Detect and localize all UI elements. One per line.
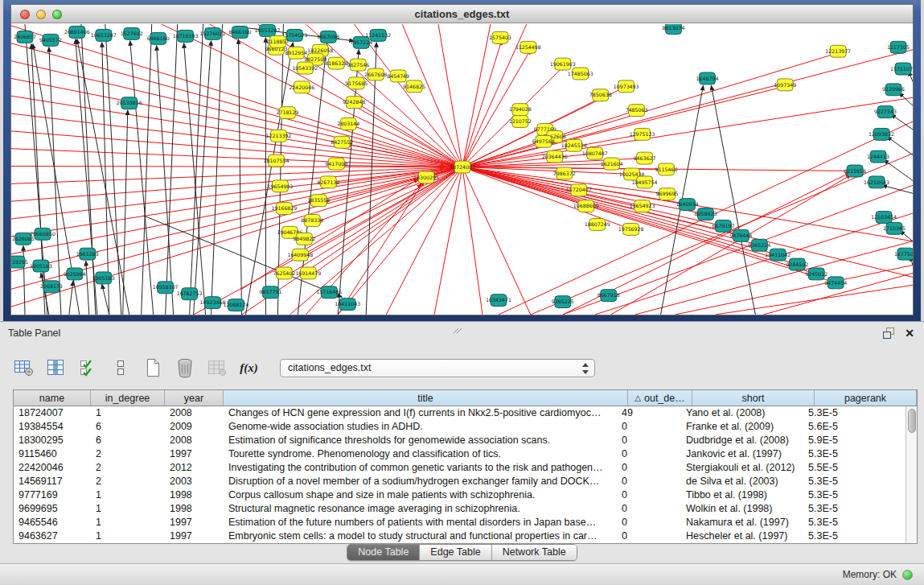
table-row[interactable]: 2242004622012Investigating the contribut… [14, 461, 906, 475]
network-node[interactable]: 6466160 [147, 32, 170, 44]
network-node[interactable]: 9474454 [824, 277, 847, 289]
network-node[interactable]: 20891406 [64, 26, 90, 38]
tab-network-table[interactable]: Network Table [492, 545, 577, 560]
table-row[interactable]: 977716911998Corpus callosum shape and si… [14, 488, 906, 502]
network-node[interactable]: 16782753 [177, 288, 203, 300]
network-node[interactable]: 2803144 [337, 118, 359, 130]
network-canvas[interactable]: 2406857940557220891406106532871527602646… [11, 24, 913, 315]
network-node[interactable]: 8813074 [663, 24, 685, 34]
network-node[interactable]: 7986372 [553, 167, 576, 179]
close-panel-icon[interactable]: ✕ [905, 328, 914, 339]
network-node[interactable]: 1640934 [676, 199, 699, 211]
panel-resize-grip[interactable] [453, 323, 462, 329]
network-node[interactable]: 15751074 [890, 63, 913, 75]
network-node[interactable]: 19756928 [618, 223, 644, 235]
network-node[interactable]: 8667918 [598, 290, 620, 302]
network-node[interactable]: 9175685 [345, 77, 368, 89]
network-node[interactable]: 20364436 [542, 150, 568, 163]
column-header-title[interactable]: title [224, 390, 628, 406]
network-node[interactable]: 6497568 [532, 135, 555, 147]
network-node[interactable]: 8186328 [325, 57, 347, 69]
column-visibility-button[interactable] [45, 357, 67, 378]
network-node[interactable]: 19061903 [550, 58, 576, 70]
network-node[interactable]: 1210752 [509, 116, 532, 128]
network-node[interactable]: 1905183 [30, 260, 52, 272]
network-node[interactable]: 2118857 [266, 35, 289, 47]
network-node[interactable]: 18107554 [263, 154, 289, 167]
network-node[interactable]: 7957224 [350, 36, 372, 48]
row-selection-button[interactable] [77, 357, 99, 378]
table-scrollbar-thumb[interactable] [908, 409, 916, 433]
network-node[interactable]: 9857791 [259, 286, 281, 299]
network-node[interactable]: 17485063 [568, 68, 593, 80]
column-header-out_de[interactable]: △out_de… [628, 390, 692, 406]
column-header-name[interactable]: name [14, 390, 91, 406]
network-node[interactable]: 1961283 [76, 248, 99, 260]
network-node[interactable]: 9463627 [634, 152, 656, 164]
network-node[interactable]: 20533816 [117, 97, 142, 109]
tab-edge-table[interactable]: Edge Table [420, 545, 491, 560]
network-node[interactable]: 10923468 [200, 297, 226, 309]
network-node[interactable]: 9365224 [748, 239, 770, 251]
network-node[interactable]: 9244502 [786, 258, 808, 270]
network-node[interactable]: 1117305 [887, 41, 910, 53]
network-node[interactable]: 2406857 [14, 31, 36, 43]
table-row[interactable]: 1938455462009Genome-wide association stu… [14, 420, 906, 434]
network-node[interactable]: 9115460 [655, 163, 678, 175]
row-height-button[interactable] [109, 357, 131, 378]
network-node[interactable]: 10807487 [582, 147, 608, 159]
network-node[interactable]: 1097349 [774, 79, 796, 91]
network-node[interactable]: 9405572 [39, 34, 62, 46]
network-node[interactable]: 19654903 [267, 180, 293, 192]
network-node[interactable]: 22420046 [289, 81, 314, 93]
network-node[interactable]: 12103454 [871, 212, 897, 224]
network-node[interactable]: 5905183 [92, 272, 115, 284]
network-node[interactable]: 16914479 [295, 267, 321, 279]
column-header-short[interactable]: short [692, 390, 815, 406]
network-node[interactable]: 16409948 [287, 249, 313, 261]
network-node[interactable]: 9667098 [317, 31, 339, 43]
network-node[interactable]: 1710345 [883, 222, 906, 234]
network-node[interactable]: 16343471 [486, 295, 511, 307]
tab-node-table[interactable]: Node Table [347, 545, 420, 560]
network-node[interactable]: 9365225 [552, 296, 574, 308]
float-panel-icon[interactable] [883, 328, 895, 339]
network-node[interactable]: 12975123 [630, 128, 655, 140]
network-node[interactable]: 8267130 [317, 176, 339, 188]
network-node[interactable]: 9827546 [347, 59, 369, 71]
network-node[interactable]: 9025984 [64, 268, 86, 280]
network-node[interactable]: 1794028 [509, 104, 532, 116]
table-row[interactable]: 1456911722003Disruption of a novel membe… [14, 475, 906, 488]
network-node[interactable]: 13654923 [630, 200, 655, 212]
network-node[interactable]: 9849822 [293, 233, 315, 245]
table-row[interactable]: 1830029562008Estimation of significance … [14, 434, 906, 447]
network-node[interactable]: 1575403 [489, 31, 511, 43]
network-node[interactable]: 1835558 [307, 195, 330, 207]
network-node[interactable]: 8454749 [387, 70, 409, 82]
column-header-in_degree[interactable]: in_degree [91, 390, 165, 406]
network-node[interactable]: 1677504 [894, 248, 913, 260]
table-row[interactable]: 969969511998Structural magnetic resonanc… [14, 502, 906, 516]
table-row[interactable]: 1872400712008Changes of HCN gene express… [14, 406, 906, 420]
column-header-pagerank[interactable]: pagerank [815, 390, 917, 406]
network-node[interactable]: 8427552 [331, 136, 353, 148]
network-node[interactable]: 10553287 [254, 24, 280, 36]
network-node[interactable]: 9417008 [325, 158, 347, 170]
network-node[interactable]: 2718129 [276, 107, 298, 119]
network-node[interactable]: 8215958 [844, 165, 866, 177]
network-node[interactable]: 12068174 [224, 299, 249, 311]
network-node[interactable]: 9129966 [882, 84, 905, 96]
table-row[interactable]: 946554611997Estimation of the future num… [14, 516, 906, 529]
network-node[interactable]: 12093832 [869, 128, 894, 140]
network-node[interactable]: 9227343 [874, 106, 897, 118]
network-node[interactable]: 9242848 [343, 97, 365, 109]
network-node[interactable]: 8466160 [229, 26, 252, 38]
table-settings-button[interactable] [13, 357, 35, 378]
network-node[interactable]: 10958107 [153, 282, 179, 294]
network-node[interactable]: 2667608 [364, 68, 387, 80]
delete-table-button[interactable] [174, 357, 195, 378]
network-node[interactable]: 7625402 [273, 267, 295, 279]
column-header-year[interactable]: year [165, 390, 224, 406]
table-scrollbar[interactable] [906, 406, 917, 543]
window-titlebar[interactable]: citations_edges.txt [11, 5, 913, 23]
